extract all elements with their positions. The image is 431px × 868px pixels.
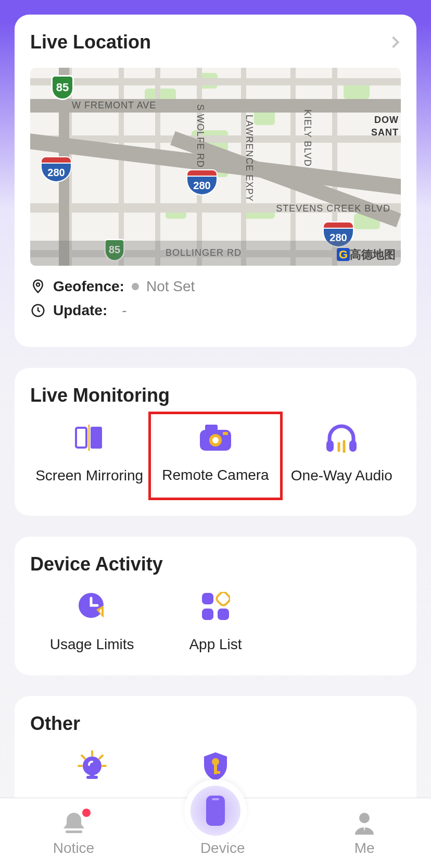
- lightbulb-icon: [75, 750, 109, 782]
- svg-point-29: [359, 813, 370, 823]
- usage-limits-icon: [77, 591, 108, 622]
- svg-line-21: [82, 755, 85, 759]
- location-pin-icon: [30, 279, 46, 294]
- device-activity-card: Device Activity Usage Limits: [15, 537, 416, 675]
- map-road-label: LAWRENCE EXPY: [244, 115, 255, 202]
- live-location-header[interactable]: Live Location: [30, 31, 401, 53]
- svg-rect-28: [66, 830, 82, 833]
- phone-icon: [205, 795, 226, 827]
- geofence-row: Geofence: Not Set: [30, 278, 401, 295]
- map-road-label: STEVENS CREEK BLVD: [276, 203, 390, 214]
- svg-point-0: [36, 283, 40, 286]
- notification-badge-icon: [82, 809, 91, 817]
- map-road-label: W FREMONT AVE: [72, 100, 156, 111]
- svg-rect-15: [202, 593, 213, 604]
- geofence-value: Not Set: [146, 278, 195, 295]
- update-value: -: [122, 302, 126, 319]
- svg-rect-10: [326, 440, 334, 452]
- tab-me[interactable]: Me: [351, 810, 378, 857]
- svg-rect-31: [212, 798, 219, 800]
- svg-rect-3: [91, 427, 102, 449]
- highway-280-shield-icon: 280: [186, 169, 218, 195]
- tile-label: One-Way Audio: [291, 466, 392, 486]
- svg-rect-2: [76, 428, 86, 448]
- highway-85-shield-icon: 85: [51, 75, 74, 100]
- map-attribution: G高德地图: [337, 247, 396, 263]
- other-title: Other: [30, 713, 401, 735]
- screen-mirroring-button[interactable]: Screen Mirroring: [30, 422, 148, 500]
- svg-rect-16: [202, 609, 213, 620]
- device-activity-title: Device Activity: [30, 553, 401, 575]
- svg-rect-7: [223, 432, 228, 435]
- remote-camera-button[interactable]: Remote Camera: [148, 412, 282, 500]
- tile-label: Remote Camera: [162, 465, 269, 485]
- screen-mirroring-icon: [73, 422, 106, 453]
- tile-label: Usage Limits: [50, 635, 134, 654]
- svg-rect-18: [215, 592, 230, 607]
- map-text: DOW: [374, 115, 399, 126]
- person-icon: [351, 810, 378, 837]
- map-road-label: KIELY BLVD: [302, 109, 313, 167]
- svg-rect-17: [218, 609, 229, 620]
- tab-label: Notice: [53, 840, 94, 857]
- svg-rect-27: [214, 771, 220, 774]
- map-view[interactable]: W FREMONT AVE S WOLFE RD LAWRENCE EXPY K…: [30, 68, 401, 266]
- live-location-title: Live Location: [30, 31, 151, 53]
- bell-icon: [60, 810, 87, 837]
- tile-label: App List: [189, 635, 242, 654]
- one-way-audio-button[interactable]: One-Way Audio: [283, 422, 401, 500]
- svg-rect-6: [205, 425, 218, 431]
- svg-line-22: [99, 755, 103, 759]
- live-location-card: Live Location: [15, 15, 416, 347]
- svg-rect-11: [349, 440, 357, 452]
- svg-point-9: [212, 437, 219, 443]
- map-road-label: S WOLFE RD: [195, 104, 206, 168]
- update-row: Update: -: [30, 302, 401, 319]
- bottom-tab-bar: Notice Device Me: [0, 798, 431, 868]
- tab-label: Me: [354, 840, 375, 857]
- live-monitoring-title: Live Monitoring: [30, 385, 401, 406]
- status-dot-icon: [132, 283, 139, 290]
- tile-label: Screen Mirroring: [35, 466, 143, 486]
- app-grid-icon: [201, 591, 230, 622]
- tab-device-center[interactable]: [184, 779, 247, 842]
- clock-icon: [30, 303, 46, 318]
- highway-280-shield-icon: 280: [41, 156, 72, 182]
- usage-limits-button[interactable]: Usage Limits: [30, 591, 154, 654]
- chevron-right-icon: [388, 36, 400, 48]
- geofence-label: Geofence:: [53, 278, 124, 295]
- tab-label: Device: [200, 840, 245, 857]
- live-monitoring-card: Live Monitoring Screen Mirroring: [15, 368, 416, 516]
- camera-icon: [198, 421, 233, 453]
- shield-key-icon: [201, 750, 230, 782]
- app-list-button[interactable]: App List: [154, 591, 277, 654]
- map-text: SANT: [371, 127, 399, 138]
- tab-notice[interactable]: Notice: [53, 810, 94, 857]
- headphones-icon: [323, 422, 360, 453]
- update-label: Update:: [53, 302, 107, 319]
